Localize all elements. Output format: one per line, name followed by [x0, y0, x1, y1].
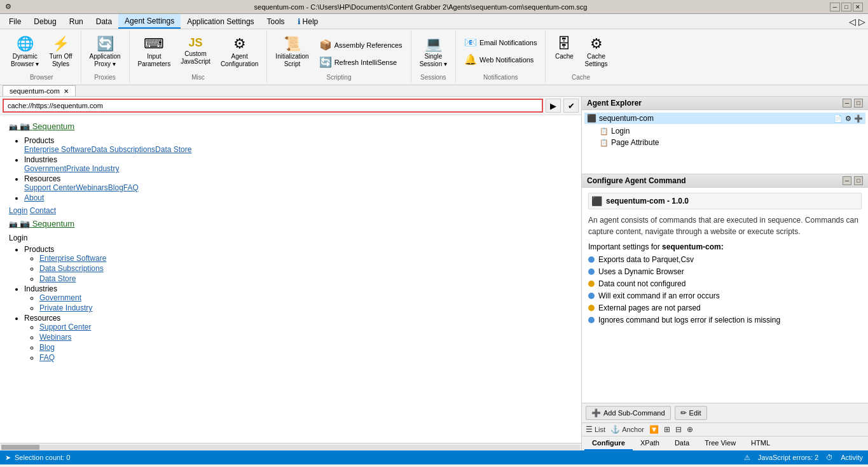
- page-logo-1[interactable]: 📷 Sequentum: [9, 122, 572, 131]
- email-notifications-button[interactable]: 📧 Email Notifications: [460, 34, 541, 50]
- menu-help[interactable]: ℹHelp: [291, 14, 325, 29]
- list-item-products: Products Enterprise Software Data Subscr…: [24, 245, 572, 283]
- agent-root-item[interactable]: ⬛ sequentum-com 📄 ⚙ ➕: [584, 113, 865, 124]
- tab-tree-view[interactable]: Tree View: [697, 436, 743, 450]
- menu-data[interactable]: Data: [90, 14, 118, 29]
- assembly-references-button[interactable]: 📦 Assembly References: [315, 37, 407, 53]
- application-proxy-button[interactable]: 🔄 ApplicationProxy ▾: [85, 34, 125, 73]
- private-industry-link[interactable]: Private Industry: [39, 303, 92, 312]
- ribbon-content: 🌐 DynamicBrowser ▾ ⚡ Turn OffStyles Brow…: [0, 29, 868, 85]
- anchor-icon: ⚓: [610, 425, 620, 434]
- turn-off-styles-button[interactable]: ⚡ Turn OffStyles: [45, 34, 76, 73]
- menu-run[interactable]: Run: [63, 14, 90, 29]
- proxies-group-label: Proxies: [85, 73, 125, 82]
- cache-settings-button[interactable]: ⚙ CacheSettings: [580, 34, 612, 73]
- support-center-link[interactable]: Support Center: [39, 323, 91, 331]
- scroll-thumb[interactable]: [1, 445, 39, 450]
- browser-url-input[interactable]: [3, 99, 543, 113]
- grid-tool-2[interactable]: ⊟: [675, 425, 682, 434]
- tab-data[interactable]: Data: [667, 436, 697, 450]
- data-subscriptions-link[interactable]: Data Subscriptions: [39, 264, 104, 273]
- agent-child-page-attribute[interactable]: 📋 Page Attribute: [584, 137, 865, 148]
- anchor-tool[interactable]: ⚓ Anchor: [610, 425, 644, 434]
- nav-back[interactable]: ◁: [849, 17, 856, 27]
- application-proxy-label: ApplicationProxy ▾: [90, 53, 121, 68]
- contact-link[interactable]: Contact: [30, 206, 56, 215]
- doc-tab-close-icon[interactable]: ✕: [64, 88, 69, 95]
- login-contact-row: Login Contact: [9, 206, 572, 215]
- agent-tree: ⬛ sequentum-com 📄 ⚙ ➕ 📋 Login 📋 Page Att…: [582, 110, 868, 174]
- agent-explorer-min-button[interactable]: ─: [843, 99, 851, 108]
- tab-configure[interactable]: Configure: [584, 436, 633, 450]
- menu-tools[interactable]: Tools: [261, 14, 291, 29]
- dynamic-browser-button[interactable]: 🌐 DynamicBrowser ▾: [6, 34, 43, 73]
- enterprise-software-link[interactable]: Enterprise Software: [39, 254, 106, 263]
- filter-tool[interactable]: 🔽: [649, 425, 659, 434]
- web-notifications-button[interactable]: 🔔 Web Notifications: [460, 52, 541, 67]
- agent-plus-icon[interactable]: ➕: [854, 115, 863, 123]
- edit-icon: ✏: [680, 408, 687, 417]
- page-logo-2[interactable]: 📷 Sequentum: [9, 219, 572, 228]
- about-link[interactable]: About: [24, 193, 44, 202]
- resources-links-condensed[interactable]: Support CenterWebinarsBlogFAQ: [24, 183, 139, 192]
- minimize-button[interactable]: ─: [830, 3, 840, 11]
- tab-html[interactable]: HTML: [743, 436, 778, 450]
- doc-tab-sequentum-com[interactable]: sequentum-com ✕: [3, 85, 76, 96]
- webinars-link[interactable]: Webinars: [39, 333, 71, 342]
- list-item: FAQ: [39, 353, 572, 362]
- agent-configuration-button[interactable]: ⚙ AgentConfiguration: [216, 34, 263, 73]
- edit-button[interactable]: ✏ Edit: [675, 406, 707, 420]
- menu-application-settings[interactable]: Application Settings: [181, 14, 260, 29]
- agent-explorer-max-button[interactable]: □: [854, 99, 863, 108]
- add-sub-command-button[interactable]: ➕ Add Sub-Command: [586, 406, 671, 420]
- menu-agent-settings[interactable]: Agent Settings: [118, 14, 181, 29]
- agent-child-login[interactable]: 📋 Login: [584, 125, 865, 137]
- browser-check-button[interactable]: ✔: [563, 99, 579, 113]
- data-store-link[interactable]: Data Store: [39, 274, 76, 283]
- menu-debug[interactable]: Debug: [27, 14, 62, 29]
- agent-gear-icon[interactable]: ⚙: [845, 115, 851, 123]
- cache-button[interactable]: 🗄 Cache: [549, 34, 579, 73]
- list-item-resources: Resources Support Center Webinars Blog F…: [24, 314, 572, 362]
- configure-description: An agent consists of commands that are e…: [588, 214, 862, 237]
- email-notifications-label: Email Notifications: [479, 39, 537, 46]
- tab-xpath[interactable]: XPath: [633, 436, 667, 450]
- list-item: Products Enterprise SoftwareData Subscri…: [24, 136, 572, 154]
- initialization-script-button[interactable]: 📜 InitializationScript: [271, 34, 313, 73]
- notifications-group: 📧 Email Notifications 🔔 Web Notification…: [460, 34, 541, 67]
- setting-dot-yellow-2: [588, 305, 595, 311]
- single-session-button[interactable]: 💻 SingleSession ▾: [415, 34, 451, 73]
- login-link-top[interactable]: Login: [9, 206, 27, 215]
- setting-exports-data-text: Exports data to Parquet,Csv: [598, 255, 694, 264]
- list-tool[interactable]: ☰ List: [586, 425, 605, 434]
- agent-configuration-label: AgentConfiguration: [221, 53, 258, 68]
- close-button[interactable]: ✕: [853, 3, 863, 11]
- agent-explorer-header: Agent Explorer ─ □: [582, 97, 868, 110]
- agent-open-icon[interactable]: 📄: [834, 115, 843, 123]
- industries-links-condensed[interactable]: GovernmentPrivate Industry: [24, 164, 119, 173]
- government-link[interactable]: Government: [39, 293, 81, 302]
- browser-play-button[interactable]: ▶: [546, 99, 561, 113]
- blog-link[interactable]: Blog: [39, 343, 55, 352]
- refresh-intellisense-button[interactable]: 🔄 Refresh IntelliSense: [315, 54, 407, 70]
- scroll-track[interactable]: [1, 445, 580, 450]
- ribbon-group-notifications-items: 📧 Email Notifications 🔔 Web Notification…: [460, 32, 541, 73]
- list-tool-label: List: [595, 426, 605, 433]
- custom-javascript-button[interactable]: JS CustomJavaScript: [176, 34, 215, 73]
- add-tool[interactable]: ⊕: [687, 425, 693, 434]
- browser-content: 📷 Sequentum Products Enterprise Software…: [0, 115, 581, 443]
- faq-link[interactable]: FAQ: [39, 353, 55, 362]
- products-links-condensed[interactable]: Enterprise SoftwareData SubscriptionsDat…: [24, 145, 191, 154]
- configure-agent-max-button[interactable]: □: [854, 176, 863, 185]
- browser-icon: 🌐: [17, 37, 34, 51]
- menu-file[interactable]: File: [3, 14, 27, 29]
- input-parameters-button[interactable]: ⌨ InputParameters: [134, 34, 176, 73]
- grid-tool-1[interactable]: ⊞: [664, 425, 670, 434]
- configure-agent-min-button[interactable]: ─: [843, 176, 851, 185]
- browser-horizontal-scrollbar[interactable]: [0, 443, 581, 450]
- maximize-button[interactable]: □: [841, 3, 851, 11]
- nav-forward[interactable]: ▷: [858, 17, 865, 27]
- setting-ignores-command: Ignores command but logs error if select…: [588, 316, 862, 324]
- list-item-industries: Industries Government Private Industry: [24, 284, 572, 312]
- status-bar: ➤ Selection count: 0 ⚠ JavaScript errors…: [0, 450, 868, 464]
